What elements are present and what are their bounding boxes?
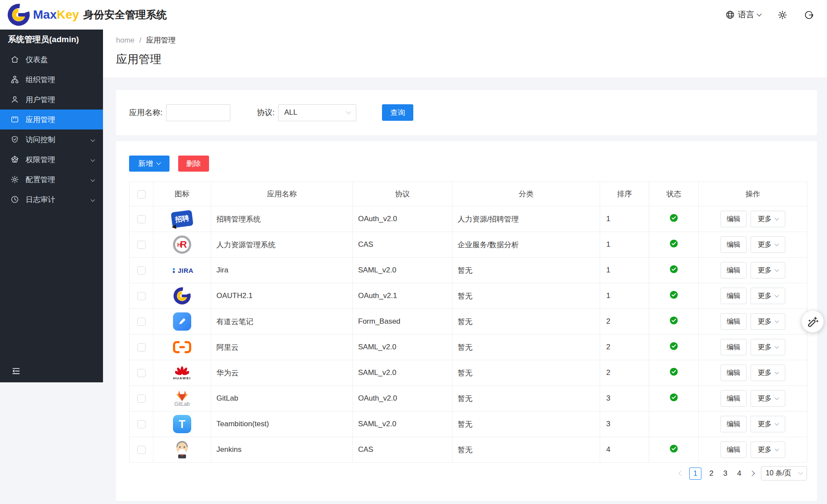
- app-name: 人力资源管理系统: [211, 232, 353, 258]
- sidebar-item-label: 用户管理: [26, 95, 55, 105]
- row-checkbox[interactable]: [137, 446, 146, 454]
- app-sort: 2: [600, 335, 649, 360]
- app-sort: 3: [600, 386, 649, 411]
- sidebar-collapse-button[interactable]: [11, 366, 21, 377]
- app-name-input[interactable]: [166, 104, 230, 121]
- page-button[interactable]: 4: [735, 468, 743, 480]
- language-selector[interactable]: 语言: [725, 9, 761, 20]
- status-enabled-icon: [670, 241, 678, 249]
- app-category: 暂无: [452, 411, 600, 437]
- sidebar-item-3[interactable]: 应用管理: [0, 109, 103, 129]
- app-protocol: CAS: [353, 437, 452, 463]
- filter-card: 应用名称: 协议: ALL 查询: [116, 90, 817, 135]
- page-button[interactable]: 3: [721, 468, 729, 480]
- status-enabled-icon: [670, 395, 678, 403]
- sidebar-item-label: 应用管理: [26, 115, 55, 125]
- edit-button[interactable]: 编辑: [721, 313, 747, 330]
- app-name-label: 应用名称:: [129, 107, 163, 118]
- table-row: TTeambition(test)SAML_v2.0暂无3编辑更多: [130, 411, 807, 437]
- sidebar: 系统管理员(admin) 仪表盘组织管理用户管理应用管理访问控制权限管理配置管理…: [0, 30, 103, 382]
- more-button[interactable]: 更多: [751, 211, 785, 227]
- row-checkbox[interactable]: [137, 420, 146, 428]
- more-button[interactable]: 更多: [751, 262, 785, 279]
- add-button[interactable]: 新增: [129, 156, 169, 172]
- sidebar-item-5[interactable]: 权限管理: [0, 149, 103, 169]
- more-button[interactable]: 更多: [751, 416, 785, 432]
- more-button[interactable]: 更多: [751, 313, 785, 330]
- youdao-app-icon: [173, 312, 191, 331]
- row-checkbox[interactable]: [137, 343, 146, 351]
- app-category: 暂无: [452, 437, 600, 463]
- status-enabled-icon: [670, 318, 678, 326]
- sidebar-item-label: 访问控制: [26, 135, 55, 145]
- edit-button[interactable]: 编辑: [721, 262, 747, 279]
- sidebar-item-6[interactable]: 配置管理: [0, 169, 103, 189]
- edit-button[interactable]: 编辑: [721, 339, 747, 355]
- chevron-down-icon: [757, 11, 761, 16]
- app-sort: 3: [600, 411, 649, 437]
- org-icon: [10, 75, 19, 84]
- jenkins-app-icon: [174, 440, 190, 459]
- page-button[interactable]: 1: [689, 468, 701, 480]
- table-row: HR人力资源管理系统CAS企业服务/数据分析1编辑更多: [130, 232, 807, 258]
- edit-button[interactable]: 编辑: [721, 211, 747, 227]
- settings-button[interactable]: [777, 10, 787, 20]
- gitlab-app-icon: GitLab: [174, 390, 189, 407]
- chevron-down-icon: [774, 216, 779, 221]
- delete-button[interactable]: 删除: [178, 156, 209, 172]
- row-checkbox[interactable]: [137, 241, 146, 249]
- row-checkbox[interactable]: [137, 395, 146, 403]
- select-all-checkbox[interactable]: [137, 190, 146, 199]
- globe-icon: [725, 10, 735, 20]
- more-button[interactable]: 更多: [751, 441, 785, 458]
- col-header-protocol: 协议: [353, 182, 452, 206]
- edit-button[interactable]: 编辑: [721, 416, 747, 432]
- app-category: 暂无: [452, 335, 600, 360]
- system-title: 身份安全管理系统: [83, 8, 167, 22]
- col-header-status: 状态: [649, 182, 699, 206]
- more-button[interactable]: 更多: [751, 365, 785, 381]
- prev-page-button[interactable]: [678, 471, 684, 476]
- sidebar-item-1[interactable]: 组织管理: [0, 70, 103, 90]
- search-button[interactable]: 查询: [382, 104, 413, 121]
- sidebar-item-label: 日志审计: [26, 195, 55, 205]
- row-checkbox[interactable]: [137, 292, 146, 300]
- table-row: GitLabGitLabOAuth_v2.0暂无3编辑更多: [130, 386, 807, 411]
- page-button[interactable]: 2: [707, 468, 715, 480]
- next-page-button[interactable]: [749, 471, 755, 476]
- row-checkbox[interactable]: [137, 266, 146, 275]
- edit-button[interactable]: 编辑: [721, 236, 747, 253]
- chevron-down-icon: [774, 447, 779, 451]
- sidebar-item-2[interactable]: 用户管理: [0, 90, 103, 109]
- shield-icon: [10, 135, 19, 144]
- row-checkbox[interactable]: [137, 215, 146, 223]
- table-header-row: 图标 应用名称 协议 分类 排序 状态 操作: [130, 182, 807, 206]
- chevron-down-icon: [774, 319, 779, 323]
- app-sort: 1: [600, 258, 649, 283]
- row-checkbox[interactable]: [137, 369, 146, 377]
- table-row: 阿里云SAML_v2.0暂无2编辑更多: [130, 335, 807, 360]
- jira-app-icon: JIRA: [171, 267, 193, 274]
- row-checkbox[interactable]: [137, 318, 146, 326]
- edit-button[interactable]: 编辑: [721, 390, 747, 407]
- edit-button[interactable]: 编辑: [721, 365, 747, 381]
- more-button[interactable]: 更多: [751, 390, 785, 407]
- breadcrumb-home[interactable]: home: [116, 36, 135, 45]
- page-size-select[interactable]: 10 条/页: [761, 466, 807, 481]
- logout-icon: [804, 10, 814, 20]
- sidebar-item-4[interactable]: 访问控制: [0, 129, 103, 149]
- more-button[interactable]: 更多: [751, 339, 785, 355]
- page-size-value: 10 条/页: [766, 469, 791, 478]
- dashboard-icon: [10, 55, 19, 64]
- protocol-select[interactable]: ALL: [278, 104, 356, 121]
- sidebar-item-0[interactable]: 仪表盘: [0, 50, 103, 70]
- more-button[interactable]: 更多: [751, 236, 785, 253]
- more-button[interactable]: 更多: [751, 288, 785, 304]
- col-header-sort: 排序: [600, 182, 649, 206]
- teambition-app-icon: T: [173, 415, 191, 433]
- logout-button[interactable]: [804, 10, 814, 20]
- edit-button[interactable]: 编辑: [721, 441, 747, 458]
- theme-wand-button[interactable]: [802, 311, 824, 332]
- sidebar-item-7[interactable]: 日志审计: [0, 189, 103, 209]
- edit-button[interactable]: 编辑: [721, 288, 747, 304]
